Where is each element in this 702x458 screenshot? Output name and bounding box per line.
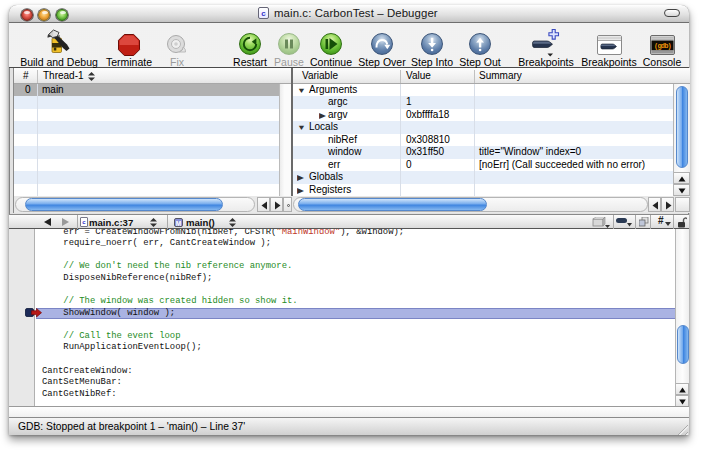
svg-text:(gdb): (gdb) bbox=[653, 42, 671, 50]
